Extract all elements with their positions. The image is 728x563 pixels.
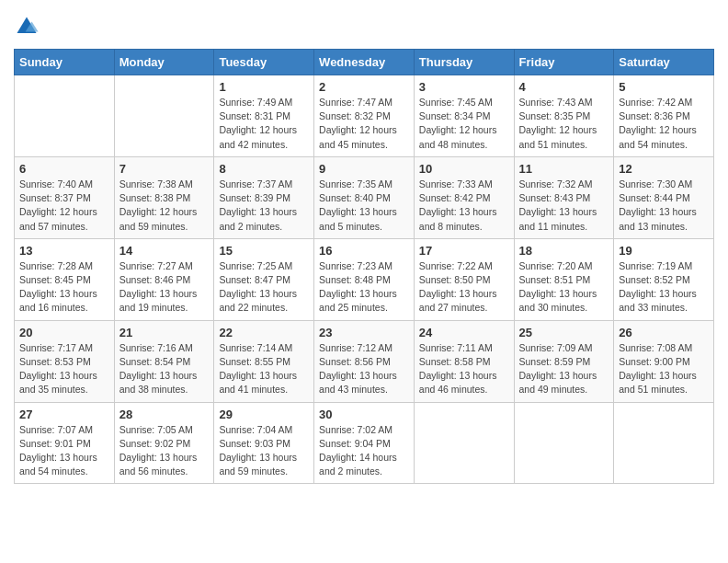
calendar-day-cell	[614, 402, 714, 484]
day-number: 30	[319, 408, 409, 421]
day-info: Sunrise: 7:33 AMSunset: 8:42 PMDaylight:…	[419, 178, 509, 234]
calendar-day-cell: 29Sunrise: 7:04 AMSunset: 9:03 PMDayligh…	[214, 402, 314, 484]
logo	[14, 14, 41, 40]
day-number: 22	[219, 326, 309, 339]
day-info: Sunrise: 7:35 AMSunset: 8:40 PMDaylight:…	[319, 178, 409, 234]
calendar-day-cell: 25Sunrise: 7:09 AMSunset: 8:59 PMDayligh…	[514, 320, 614, 402]
calendar-day-cell	[414, 402, 514, 484]
calendar-week-row: 6Sunrise: 7:40 AMSunset: 8:37 PMDaylight…	[15, 156, 714, 238]
day-number: 12	[619, 162, 709, 176]
calendar-week-row: 27Sunrise: 7:07 AMSunset: 9:01 PMDayligh…	[15, 402, 714, 484]
day-number: 19	[619, 244, 709, 258]
weekday-header-cell: Monday	[114, 50, 214, 75]
day-number: 25	[519, 326, 609, 339]
day-info: Sunrise: 7:30 AMSunset: 8:44 PMDaylight:…	[619, 178, 709, 234]
day-number: 15	[219, 244, 309, 258]
day-number: 20	[19, 326, 109, 339]
day-info: Sunrise: 7:32 AMSunset: 8:43 PMDaylight:…	[519, 178, 609, 234]
day-number: 3	[419, 80, 509, 94]
day-info: Sunrise: 7:49 AMSunset: 8:31 PMDaylight:…	[219, 96, 309, 152]
day-info: Sunrise: 7:23 AMSunset: 8:48 PMDaylight:…	[319, 259, 409, 316]
calendar-day-cell: 28Sunrise: 7:05 AMSunset: 9:02 PMDayligh…	[114, 402, 214, 484]
calendar-day-cell: 15Sunrise: 7:25 AMSunset: 8:47 PMDayligh…	[214, 238, 314, 320]
calendar-day-cell: 22Sunrise: 7:14 AMSunset: 8:55 PMDayligh…	[214, 320, 314, 402]
day-number: 14	[119, 244, 210, 258]
day-info: Sunrise: 7:38 AMSunset: 8:38 PMDaylight:…	[119, 178, 210, 234]
calendar-day-cell: 12Sunrise: 7:30 AMSunset: 8:44 PMDayligh…	[614, 156, 714, 238]
day-number: 28	[119, 408, 210, 421]
calendar-day-cell: 7Sunrise: 7:38 AMSunset: 8:38 PMDaylight…	[114, 156, 214, 238]
weekday-header-cell: Sunday	[15, 50, 115, 75]
day-info: Sunrise: 7:04 AMSunset: 9:03 PMDaylight:…	[219, 423, 309, 479]
day-info: Sunrise: 7:02 AMSunset: 9:04 PMDaylight:…	[319, 423, 409, 479]
day-number: 23	[319, 326, 409, 339]
calendar-day-cell: 2Sunrise: 7:47 AMSunset: 8:32 PMDaylight…	[314, 75, 415, 157]
day-number: 7	[119, 162, 210, 176]
day-number: 29	[219, 408, 309, 421]
calendar-day-cell: 16Sunrise: 7:23 AMSunset: 8:48 PMDayligh…	[314, 238, 415, 320]
calendar-day-cell: 17Sunrise: 7:22 AMSunset: 8:50 PMDayligh…	[414, 238, 514, 320]
logo-icon	[14, 14, 40, 40]
day-info: Sunrise: 7:11 AMSunset: 8:58 PMDaylight:…	[419, 341, 509, 397]
day-info: Sunrise: 7:07 AMSunset: 9:01 PMDaylight:…	[19, 423, 109, 479]
day-number: 6	[19, 162, 109, 176]
calendar-day-cell	[114, 75, 214, 157]
day-number: 24	[419, 326, 509, 339]
calendar-day-cell: 8Sunrise: 7:37 AMSunset: 8:39 PMDaylight…	[214, 156, 314, 238]
day-info: Sunrise: 7:05 AMSunset: 9:02 PMDaylight:…	[119, 423, 210, 479]
day-number: 2	[319, 80, 409, 94]
day-number: 4	[519, 80, 609, 94]
calendar-day-cell: 5Sunrise: 7:42 AMSunset: 8:36 PMDaylight…	[614, 75, 714, 157]
calendar-week-row: 13Sunrise: 7:28 AMSunset: 8:45 PMDayligh…	[15, 238, 714, 320]
calendar-day-cell: 24Sunrise: 7:11 AMSunset: 8:58 PMDayligh…	[414, 320, 514, 402]
calendar-header-row: SundayMondayTuesdayWednesdayThursdayFrid…	[15, 50, 714, 75]
day-number: 27	[19, 408, 109, 421]
day-info: Sunrise: 7:37 AMSunset: 8:39 PMDaylight:…	[219, 178, 309, 234]
calendar-day-cell: 10Sunrise: 7:33 AMSunset: 8:42 PMDayligh…	[414, 156, 514, 238]
day-info: Sunrise: 7:22 AMSunset: 8:50 PMDaylight:…	[419, 259, 509, 316]
calendar-day-cell: 14Sunrise: 7:27 AMSunset: 8:46 PMDayligh…	[114, 238, 214, 320]
day-info: Sunrise: 7:28 AMSunset: 8:45 PMDaylight:…	[19, 259, 109, 316]
day-info: Sunrise: 7:16 AMSunset: 8:54 PMDaylight:…	[119, 341, 210, 397]
calendar-day-cell: 30Sunrise: 7:02 AMSunset: 9:04 PMDayligh…	[314, 402, 415, 484]
day-number: 9	[319, 162, 409, 176]
weekday-header-cell: Thursday	[414, 50, 514, 75]
calendar-day-cell: 4Sunrise: 7:43 AMSunset: 8:35 PMDaylight…	[514, 75, 614, 157]
day-info: Sunrise: 7:47 AMSunset: 8:32 PMDaylight:…	[319, 96, 409, 152]
calendar-day-cell: 23Sunrise: 7:12 AMSunset: 8:56 PMDayligh…	[314, 320, 415, 402]
day-info: Sunrise: 7:17 AMSunset: 8:53 PMDaylight:…	[19, 341, 109, 397]
calendar-week-row: 1Sunrise: 7:49 AMSunset: 8:31 PMDaylight…	[15, 75, 714, 157]
day-info: Sunrise: 7:45 AMSunset: 8:34 PMDaylight:…	[419, 96, 509, 152]
day-number: 17	[419, 244, 509, 258]
day-info: Sunrise: 7:14 AMSunset: 8:55 PMDaylight:…	[219, 341, 309, 397]
day-info: Sunrise: 7:27 AMSunset: 8:46 PMDaylight:…	[119, 259, 210, 316]
day-info: Sunrise: 7:42 AMSunset: 8:36 PMDaylight:…	[619, 96, 709, 152]
weekday-header-cell: Friday	[514, 50, 614, 75]
day-number: 10	[419, 162, 509, 176]
day-number: 5	[619, 80, 709, 94]
calendar-day-cell: 18Sunrise: 7:20 AMSunset: 8:51 PMDayligh…	[514, 238, 614, 320]
calendar-week-row: 20Sunrise: 7:17 AMSunset: 8:53 PMDayligh…	[15, 320, 714, 402]
calendar-day-cell: 19Sunrise: 7:19 AMSunset: 8:52 PMDayligh…	[614, 238, 714, 320]
day-info: Sunrise: 7:43 AMSunset: 8:35 PMDaylight:…	[519, 96, 609, 152]
page-header	[14, 14, 714, 40]
day-number: 18	[519, 244, 609, 258]
calendar-day-cell: 9Sunrise: 7:35 AMSunset: 8:40 PMDaylight…	[314, 156, 415, 238]
day-info: Sunrise: 7:40 AMSunset: 8:37 PMDaylight:…	[19, 178, 109, 234]
calendar-day-cell: 20Sunrise: 7:17 AMSunset: 8:53 PMDayligh…	[15, 320, 115, 402]
calendar-day-cell: 3Sunrise: 7:45 AMSunset: 8:34 PMDaylight…	[414, 75, 514, 157]
day-number: 1	[219, 80, 309, 94]
day-info: Sunrise: 7:08 AMSunset: 9:00 PMDaylight:…	[619, 341, 709, 397]
day-info: Sunrise: 7:25 AMSunset: 8:47 PMDaylight:…	[219, 259, 309, 316]
calendar-day-cell: 21Sunrise: 7:16 AMSunset: 8:54 PMDayligh…	[114, 320, 214, 402]
day-info: Sunrise: 7:09 AMSunset: 8:59 PMDaylight:…	[519, 341, 609, 397]
calendar-day-cell	[15, 75, 115, 157]
calendar-day-cell	[514, 402, 614, 484]
weekday-header-cell: Wednesday	[314, 50, 415, 75]
calendar-table: SundayMondayTuesdayWednesdayThursdayFrid…	[14, 49, 714, 484]
calendar-day-cell: 13Sunrise: 7:28 AMSunset: 8:45 PMDayligh…	[15, 238, 115, 320]
weekday-header-cell: Tuesday	[214, 50, 314, 75]
calendar-day-cell: 11Sunrise: 7:32 AMSunset: 8:43 PMDayligh…	[514, 156, 614, 238]
day-info: Sunrise: 7:20 AMSunset: 8:51 PMDaylight:…	[519, 259, 609, 316]
day-info: Sunrise: 7:19 AMSunset: 8:52 PMDaylight:…	[619, 259, 709, 316]
